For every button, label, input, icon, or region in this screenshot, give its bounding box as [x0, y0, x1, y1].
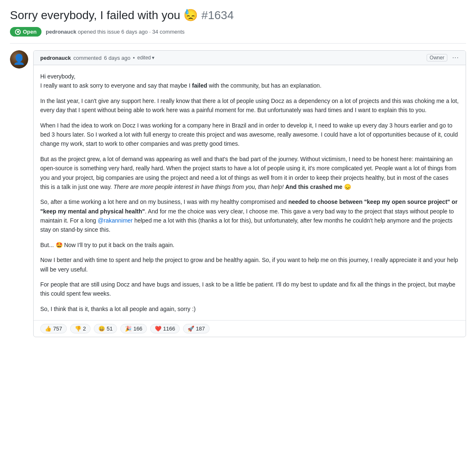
comment-body: Hi everybody, I really want to ask sorry… — [34, 65, 466, 320]
reaction-laugh[interactable]: 😄 51 — [94, 324, 117, 333]
avatar-image — [10, 50, 28, 69]
paragraph-2: In the last year, I can't give any suppo… — [40, 96, 459, 115]
issue-meta-text: pedronauck opened this issue 6 days ago … — [46, 29, 185, 35]
issue-title-text: Sorry everybody, I failed with you — [10, 9, 180, 22]
paragraph-7: Now I better and with time to spent and … — [40, 255, 459, 274]
open-circle-icon — [15, 29, 21, 35]
owner-badge: Owner — [427, 54, 447, 61]
heart-count: 1166 — [163, 326, 175, 332]
reaction-thumbs-up[interactable]: 👍 757 — [40, 324, 67, 333]
comment-author[interactable]: pedronauck — [40, 55, 71, 61]
comment-header-left: pedronauck commented 6 days ago • edited… — [40, 55, 154, 61]
issue-title-container: Sorry everybody, I failed with you 😓 #16… — [10, 8, 466, 22]
laugh-emoji: 😄 — [98, 326, 105, 332]
open-badge-label: Open — [23, 29, 37, 35]
issue-number: #1634 — [201, 9, 234, 22]
laugh-count: 51 — [107, 326, 112, 332]
issue-author[interactable]: pedronauck — [46, 29, 76, 35]
thumbs-down-count: 2 — [83, 326, 86, 332]
rocket-count: 187 — [196, 326, 205, 332]
thumbs-down-emoji: 👎 — [75, 326, 81, 332]
comment-time: 6 days ago — [104, 55, 131, 61]
chevron-down-icon: ▾ — [152, 55, 154, 61]
issue-meta: Open pedronauck opened this issue 6 days… — [10, 27, 466, 37]
hooray-count: 166 — [133, 326, 142, 332]
comment-action: commented — [73, 55, 102, 61]
comment-dot-separator: • — [133, 55, 135, 61]
paragraph-5: So, after a time working a lot here and … — [40, 197, 459, 235]
paragraph-1: Hi everybody, I really want to ask sorry… — [40, 72, 459, 91]
reaction-hooray[interactable]: 🎉 166 — [120, 324, 147, 333]
edited-badge[interactable]: edited ▾ — [137, 55, 155, 61]
comment-header-right: Owner ··· — [427, 54, 459, 61]
thumbs-up-count: 757 — [53, 326, 62, 332]
comment-header: pedronauck commented 6 days ago • edited… — [34, 51, 466, 65]
reaction-rocket[interactable]: 🚀 187 — [183, 324, 210, 333]
avatar[interactable] — [10, 50, 28, 69]
hooray-emoji: 🎉 — [125, 326, 132, 332]
comment-box: pedronauck commented 6 days ago • edited… — [33, 50, 466, 337]
issue-emoji: 😓 — [183, 8, 198, 22]
divider — [10, 43, 466, 44]
reaction-heart[interactable]: ❤️ 1166 — [150, 324, 180, 333]
paragraph-3: When I had the idea to work on Docz I wa… — [40, 121, 459, 149]
paragraph-4: But as the project grew, a lot of demand… — [40, 154, 459, 192]
reactions-bar: 👍 757 👎 2 😄 51 🎉 166 ❤️ 1166 🚀 187 — [34, 320, 466, 337]
reaction-thumbs-down[interactable]: 👎 2 — [70, 324, 90, 333]
more-options-button[interactable]: ··· — [452, 54, 459, 61]
paragraph-8: For people that are still using Docz and… — [40, 280, 459, 299]
comment-wrapper: pedronauck commented 6 days ago • edited… — [10, 50, 466, 337]
paragraph-6: But... 🤩 Now I'll try to put it back on … — [40, 240, 459, 250]
rocket-emoji: 🚀 — [188, 326, 194, 332]
edited-label: edited — [137, 55, 151, 61]
issue-meta-description: opened this issue 6 days ago · 34 commen… — [78, 29, 185, 35]
open-badge: Open — [10, 27, 41, 37]
thumbs-up-emoji: 👍 — [45, 326, 51, 332]
heart-emoji: ❤️ — [155, 326, 161, 332]
paragraph-9: So, I think that is it, thanks a lot all… — [40, 304, 459, 313]
